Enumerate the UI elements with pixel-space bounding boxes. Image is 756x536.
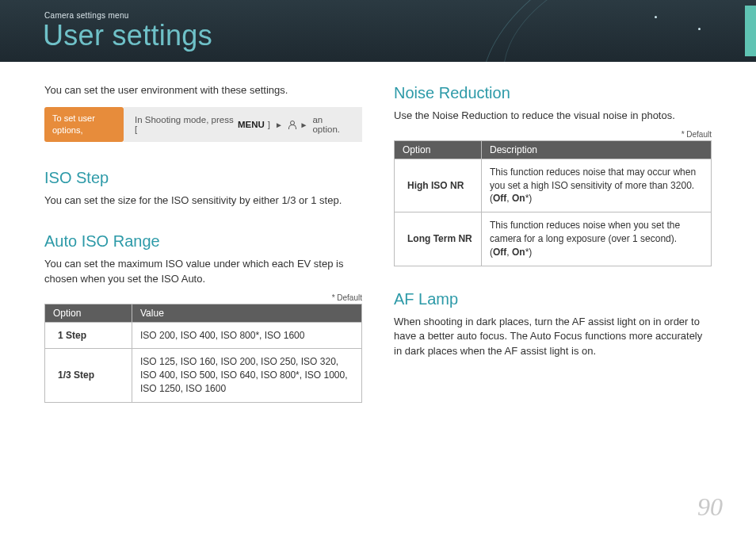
- table-header: Option: [45, 304, 132, 322]
- iso-step-heading: ISO Step: [44, 169, 362, 187]
- table-header-row: Option Value: [45, 304, 362, 322]
- table-header: Description: [482, 140, 712, 159]
- default-note: * Default: [44, 293, 362, 302]
- table-header: Option: [395, 140, 482, 159]
- instruction-mid: ]: [268, 120, 270, 129]
- intro-text: You can set the user environment with th…: [44, 84, 362, 96]
- sep: ,: [506, 193, 512, 204]
- page-title: User settings: [43, 19, 212, 52]
- auto-iso-table: Option Value 1 Step ISO 200, ISO 400, IS…: [44, 304, 362, 403]
- noise-reduction-table: Option Description High ISO NR This func…: [394, 140, 712, 266]
- on-label: On: [512, 247, 525, 258]
- star-suffix: *): [525, 193, 533, 204]
- instruction-badge: To set user options,: [44, 107, 124, 142]
- af-lamp-heading: AF Lamp: [394, 290, 712, 308]
- desc-line: This function reduces noise that may occ…: [490, 167, 696, 191]
- instruction-body: In Shooting mode, press [MENU] ► ► an op…: [124, 107, 362, 142]
- value-cell: ISO 200, ISO 400, ISO 800*, ISO 1600: [132, 322, 362, 349]
- menu-key-label: MENU: [238, 120, 265, 129]
- off-label: Off: [493, 247, 506, 258]
- table-row: High ISO NR This function reduces noise …: [395, 159, 712, 212]
- description-cell: This function reduces noise when you set…: [482, 212, 712, 266]
- instruction-callout: To set user options, In Shooting mode, p…: [44, 107, 362, 142]
- table-row: Long Term NR This function reduces noise…: [395, 212, 712, 266]
- option-cell: Long Term NR: [395, 212, 482, 266]
- triangle-right-icon: ►: [299, 121, 310, 129]
- page-header: Camera settings menu User settings: [0, 0, 756, 62]
- decor-star: [698, 28, 701, 30]
- content-area: You can set the user environment with th…: [0, 62, 756, 427]
- table-header-row: Option Description: [395, 140, 712, 159]
- left-column: You can set the user environment with th…: [44, 84, 362, 427]
- off-label: Off: [493, 193, 506, 204]
- default-note: * Default: [394, 130, 712, 139]
- option-cell: 1/3 Step: [45, 349, 132, 402]
- decor-star: [655, 16, 657, 18]
- iso-step-description: You can set the size for the ISO sensiti…: [44, 193, 362, 209]
- instruction-suffix: an option.: [312, 115, 351, 134]
- section-tab-accent: [745, 6, 756, 56]
- noise-reduction-heading: Noise Reduction: [394, 84, 712, 102]
- noise-reduction-description: Use the Noise Reduction to reduce the vi…: [394, 109, 712, 124]
- table-row: 1/3 Step ISO 125, ISO 160, ISO 200, ISO …: [45, 349, 362, 402]
- iso-step-section: ISO Step You can set the size for the IS…: [44, 169, 362, 209]
- auto-iso-description: You can set the maximum ISO value under …: [44, 257, 362, 287]
- triangle-right-icon: ►: [273, 121, 284, 129]
- right-column: Noise Reduction Use the Noise Reduction …: [394, 84, 712, 427]
- on-label: On: [512, 193, 525, 204]
- table-row: 1 Step ISO 200, ISO 400, ISO 800*, ISO 1…: [45, 322, 362, 349]
- star-suffix: *): [525, 247, 533, 258]
- value-cell: ISO 125, ISO 160, ISO 200, ISO 250, ISO …: [132, 349, 362, 402]
- user-icon: [288, 121, 296, 129]
- page-number: 90: [697, 492, 723, 522]
- af-lamp-description: When shooting in dark places, turn the A…: [394, 315, 712, 360]
- description-cell: This function reduces noise that may occ…: [482, 159, 712, 212]
- table-header: Value: [132, 304, 362, 322]
- noise-reduction-section: Noise Reduction Use the Noise Reduction …: [394, 84, 712, 266]
- option-cell: High ISO NR: [395, 159, 482, 212]
- option-cell: 1 Step: [45, 322, 132, 349]
- auto-iso-section: Auto ISO Range You can set the maximum I…: [44, 232, 362, 403]
- sep: ,: [506, 247, 512, 258]
- auto-iso-heading: Auto ISO Range: [44, 232, 362, 251]
- af-lamp-section: AF Lamp When shooting in dark places, tu…: [394, 290, 712, 360]
- desc-line: This function reduces noise when you set…: [490, 220, 680, 244]
- instruction-prefix: In Shooting mode, press [: [135, 115, 235, 134]
